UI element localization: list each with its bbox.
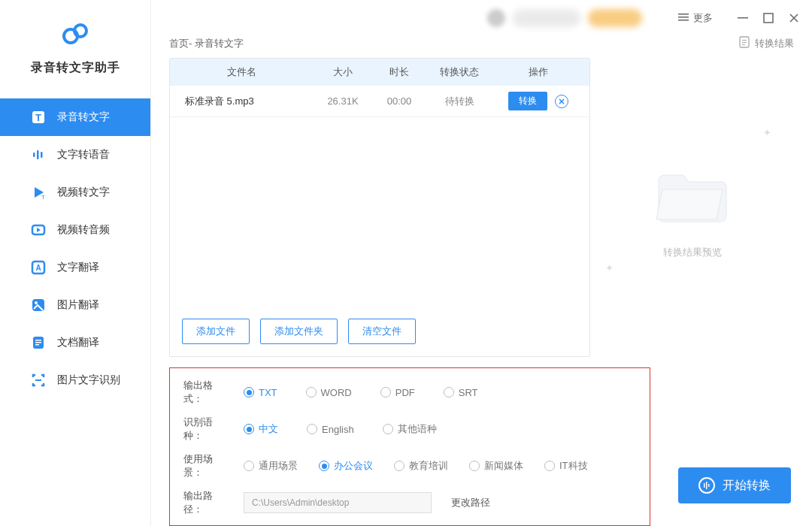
radio-other-lang[interactable]: 其他语种 (383, 422, 437, 436)
hamburger-icon (678, 12, 689, 25)
more-button[interactable]: 更多 (672, 8, 719, 28)
username (513, 9, 580, 27)
cell-duration: 00:00 (373, 95, 426, 107)
table-body: 标准录音 5.mp3 26.31K 00:00 待转换 转换 (170, 86, 589, 307)
app-name: 录音转文字助手 (31, 60, 120, 76)
radio-srt[interactable]: SRT (444, 387, 478, 398)
table-footer: 添加文件 添加文件夹 清空文件 (170, 307, 589, 356)
folder-icon (647, 156, 738, 231)
close-button[interactable] (788, 12, 800, 24)
start-convert-button[interactable]: 开始转换 (678, 467, 791, 503)
radio-it[interactable]: IT科技 (544, 459, 588, 473)
svg-text:T: T (35, 112, 41, 123)
table-header: 文件名 大小 时长 转换状态 操作 (170, 59, 589, 86)
language-options: 中文 English 其他语种 (244, 422, 437, 436)
sparkle-icon: ✦ (605, 262, 614, 274)
output-path-input[interactable] (244, 492, 432, 513)
nav-image-ocr[interactable]: 图片文字识别 (0, 361, 150, 399)
maximize-button[interactable] (762, 12, 774, 24)
window-controls (737, 12, 800, 24)
nav-text-translate[interactable]: A 文字翻译 (0, 249, 150, 286)
col-header-status: 转换状态 (426, 65, 493, 79)
result-link-label: 转换结果 (755, 37, 794, 50)
svg-text:T: T (41, 194, 45, 200)
change-path-button[interactable]: 更改路径 (451, 496, 490, 509)
svg-rect-19 (678, 17, 689, 18)
nav-video-to-text[interactable]: T 视频转文字 (0, 174, 150, 211)
text-icon: T (30, 109, 47, 125)
file-table-pane: 文件名 大小 时长 转换状态 操作 标准录音 5.mp3 26.31K 00:0… (169, 58, 590, 357)
sidebar: 录音转文字助手 T 录音转文字 文字转语音 T 视频转文字 视频转音频 A 文字… (0, 0, 150, 526)
radio-pdf[interactable]: PDF (380, 387, 415, 398)
nav-image-translate[interactable]: 图片翻译 (0, 286, 150, 324)
col-header-size: 大小 (313, 65, 373, 79)
svg-rect-6 (41, 152, 43, 158)
radio-office[interactable]: 办公会议 (319, 459, 373, 473)
label-output-path: 输出路径： (183, 489, 232, 516)
video-audio-icon (30, 222, 47, 238)
scan-icon (30, 372, 47, 388)
svg-rect-5 (37, 150, 39, 159)
nav-label: 视频转文字 (57, 186, 110, 199)
radio-chinese[interactable]: 中文 (244, 422, 278, 436)
nav-label: 图片翻译 (57, 298, 99, 312)
vip-badge[interactable] (588, 9, 642, 27)
add-folder-button[interactable]: 添加文件夹 (260, 319, 338, 344)
more-label: 更多 (693, 11, 713, 25)
main: 更多 首页- 录音转文字 转换结果 文件名 大小 时长 (150, 0, 812, 526)
svg-rect-25 (742, 42, 747, 43)
nav-text-to-speech[interactable]: 文字转语音 (0, 136, 150, 174)
label-scene: 使用场景： (183, 452, 232, 479)
svg-rect-17 (35, 379, 41, 381)
svg-rect-27 (704, 483, 705, 488)
svg-rect-26 (742, 44, 745, 45)
scene-options: 通用场景 办公会议 教育培训 新闻媒体 IT科技 (244, 459, 588, 473)
start-label: 开始转换 (723, 478, 771, 494)
add-file-button[interactable]: 添加文件 (182, 319, 250, 344)
nav-audio-to-text[interactable]: T 录音转文字 (0, 98, 150, 136)
content: 文件名 大小 时长 转换状态 操作 标准录音 5.mp3 26.31K 00:0… (151, 58, 812, 357)
breadcrumb: 首页- 录音转文字 (169, 37, 244, 50)
radio-txt[interactable]: TXT (244, 387, 277, 398)
preview-pane: ✦ ✦ 转换结果预览 (590, 58, 794, 357)
radio-education[interactable]: 教育培训 (394, 459, 448, 473)
svg-point-12 (35, 301, 38, 304)
titlebar: 更多 (151, 0, 812, 36)
svg-text:A: A (35, 264, 41, 272)
cell-filename: 标准录音 5.mp3 (170, 95, 313, 108)
svg-rect-21 (738, 17, 748, 19)
col-header-action: 操作 (493, 65, 583, 79)
nav-doc-translate[interactable]: 文档翻译 (0, 324, 150, 361)
result-link[interactable]: 转换结果 (738, 36, 794, 50)
radio-news[interactable]: 新闻媒体 (469, 459, 523, 473)
row-output-path: 输出路径： 更改路径 (183, 489, 636, 516)
translate-text-icon: A (30, 259, 47, 276)
preview-placeholder: 转换结果预览 (663, 246, 722, 259)
svg-rect-18 (678, 14, 689, 15)
minimize-button[interactable] (737, 12, 749, 24)
app-logo-icon (59, 18, 92, 51)
radio-word[interactable]: WORD (306, 387, 352, 398)
nav-video-to-audio[interactable]: 视频转音频 (0, 211, 150, 249)
avatar[interactable] (487, 9, 505, 27)
clear-files-button[interactable]: 清空文件 (348, 319, 416, 344)
cell-size: 26.31K (313, 95, 373, 107)
svg-rect-14 (35, 340, 41, 341)
row-output-format: 输出格式： TXT WORD PDF SRT (183, 379, 636, 406)
breadcrumb-row: 首页- 录音转文字 转换结果 (151, 36, 812, 58)
doc-result-icon (738, 36, 750, 50)
doc-icon (30, 334, 47, 351)
label-output-format: 输出格式： (183, 379, 232, 406)
convert-button[interactable]: 转换 (508, 92, 547, 110)
options-panel: 输出格式： TXT WORD PDF SRT 识别语种： 中文 English … (169, 367, 650, 526)
nav-label: 文档翻译 (57, 336, 99, 349)
remove-row-button[interactable] (555, 95, 568, 108)
col-header-name: 文件名 (170, 65, 313, 79)
radio-general[interactable]: 通用场景 (244, 459, 298, 473)
radio-english[interactable]: English (307, 424, 354, 435)
nav-label: 文字翻译 (57, 261, 99, 274)
svg-rect-24 (742, 40, 747, 41)
col-header-duration: 时长 (373, 65, 426, 79)
convert-icon (698, 477, 715, 494)
logo-area: 录音转文字助手 (0, 18, 150, 76)
